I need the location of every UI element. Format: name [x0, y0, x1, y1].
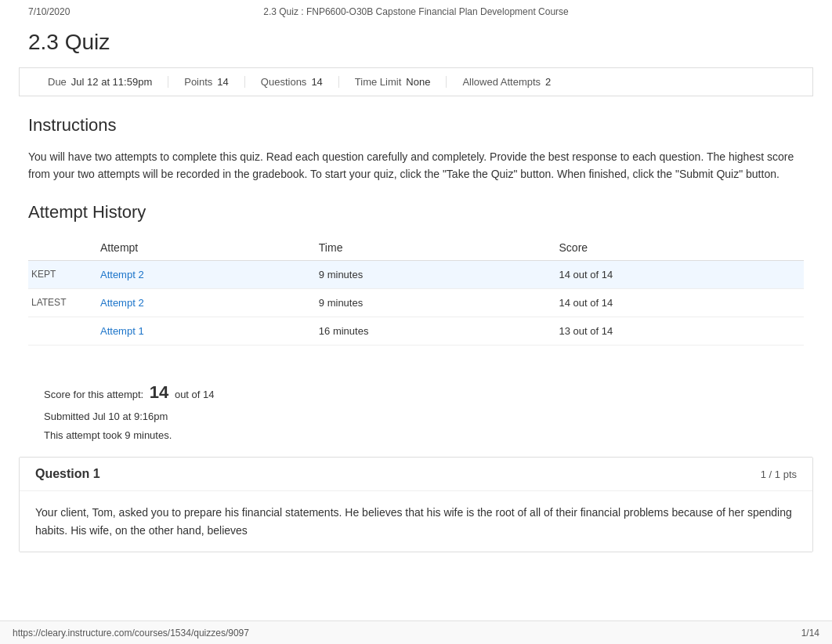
- meta-time-limit: Time Limit None: [339, 76, 447, 88]
- table-row: KEPTAttempt 29 minutes14 out of 14: [28, 260, 804, 288]
- score-summary: Score for this attempt: 14 out of 14 Sub…: [28, 364, 804, 457]
- question-body: Your client, Tom, asked you to prepare h…: [20, 490, 812, 552]
- attempt-link[interactable]: Attempt 2: [100, 297, 144, 309]
- score-suffix: out of 14: [175, 389, 215, 400]
- attempt-row-time: 9 minutes: [309, 288, 550, 317]
- meta-due: Due Jul 12 at 11:59pm: [32, 76, 168, 88]
- allowed-attempts-value: 2: [545, 76, 551, 88]
- col-attempt: Attempt: [91, 235, 309, 261]
- meta-points: Points 14: [168, 76, 245, 88]
- col-score: Score: [550, 235, 804, 261]
- questions-value: 14: [311, 76, 322, 88]
- attempt-history-table: Attempt Time Score KEPTAttempt 29 minute…: [28, 235, 804, 346]
- time-limit-label: Time Limit: [355, 76, 401, 88]
- question-card: Question 1 1 / 1 pts Your client, Tom, a…: [19, 457, 813, 552]
- attempt-history-section: Attempt History Attempt Time Score KEPTA…: [28, 202, 804, 346]
- page-indicator: 1/14: [801, 628, 819, 639]
- question-title: Question 1: [35, 467, 100, 481]
- attempt-link[interactable]: Attempt 1: [100, 325, 144, 337]
- col-label: [28, 235, 91, 261]
- time-limit-value: None: [406, 76, 430, 88]
- instructions-text: You will have two attempts to complete t…: [28, 148, 804, 183]
- page-title: 2.3 Quiz: [0, 24, 832, 67]
- submitted-line: Submitted Jul 10 at 9:16pm: [44, 407, 788, 425]
- bottom-bar: https://cleary.instructure.com/courses/1…: [0, 620, 832, 644]
- page-date: 7/10/2020: [0, 0, 832, 24]
- questions-label: Questions: [261, 76, 307, 88]
- points-label: Points: [184, 76, 212, 88]
- bottom-url: https://cleary.instructure.com/courses/1…: [13, 628, 249, 639]
- attempt-row-attempt[interactable]: Attempt 2: [91, 288, 309, 317]
- attempt-row-label: [28, 317, 91, 345]
- due-label: Due: [48, 76, 67, 88]
- question-header: Question 1 1 / 1 pts: [20, 458, 812, 490]
- attempt-link[interactable]: Attempt 2: [100, 269, 144, 280]
- attempt-row-label: LATEST: [28, 288, 91, 317]
- content-area: Instructions You will have two attempts …: [0, 96, 832, 571]
- meta-questions: Questions 14: [245, 76, 339, 88]
- table-row: LATESTAttempt 29 minutes14 out of 14: [28, 288, 804, 317]
- attempt-row-attempt[interactable]: Attempt 2: [91, 260, 309, 288]
- allowed-attempts-label: Allowed Attempts: [462, 76, 541, 88]
- attempt-row-time: 16 minutes: [309, 317, 550, 345]
- time-taken-line: This attempt took 9 minutes.: [44, 426, 788, 444]
- col-time: Time: [309, 235, 550, 261]
- points-value: 14: [217, 76, 228, 88]
- score-value: 14: [150, 382, 168, 402]
- attempt-row-score: 14 out of 14: [550, 260, 804, 288]
- attempt-row-label: KEPT: [28, 260, 91, 288]
- attempt-history-heading: Attempt History: [28, 202, 804, 223]
- instructions-heading: Instructions: [28, 115, 804, 136]
- attempt-row-attempt[interactable]: Attempt 1: [91, 317, 309, 345]
- attempt-row-score: 14 out of 14: [550, 288, 804, 317]
- attempt-row-score: 13 out of 14: [550, 317, 804, 345]
- score-line: Score for this attempt: 14 out of 14: [44, 377, 788, 408]
- meta-allowed-attempts: Allowed Attempts 2: [447, 76, 566, 88]
- score-label: Score for this attempt:: [44, 389, 143, 400]
- question-pts: 1 / 1 pts: [761, 469, 797, 480]
- due-value: Jul 12 at 11:59pm: [71, 76, 152, 88]
- attempt-row-time: 9 minutes: [309, 260, 550, 288]
- table-row: Attempt 116 minutes13 out of 14: [28, 317, 804, 345]
- quiz-meta-bar: Due Jul 12 at 11:59pm Points 14 Question…: [19, 67, 813, 96]
